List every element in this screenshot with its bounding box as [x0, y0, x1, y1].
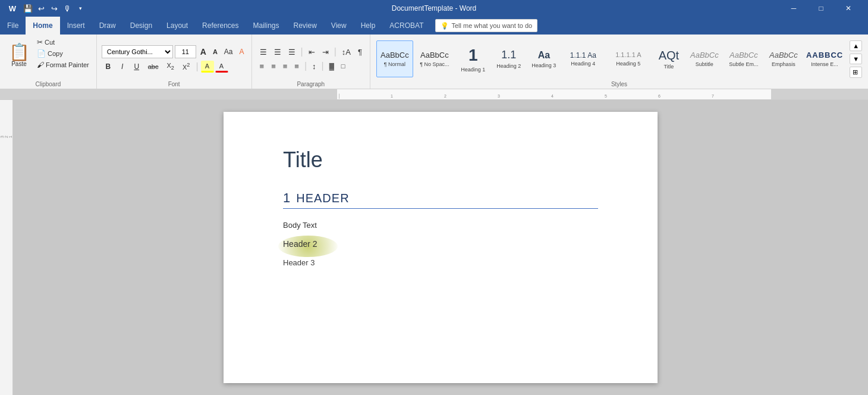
strikethrough-button[interactable]: abc	[144, 61, 162, 72]
styles-scroll-buttons: ▲ ▼ ⊞	[850, 40, 862, 78]
cut-button[interactable]: ✂ Cut	[34, 37, 92, 48]
ruler-content: │ 1 2 3 4 5 6 7	[337, 89, 771, 99]
font-size-input[interactable]	[175, 45, 196, 58]
main-area: 123 Title 1 Header Body Text Header 2 He…	[0, 100, 868, 395]
paste-label: Paste	[11, 61, 27, 67]
font-shrink-button[interactable]: A	[210, 46, 220, 57]
document-title-text[interactable]: Title	[283, 148, 598, 173]
text-highlight-button[interactable]: A	[201, 61, 214, 73]
clipboard-label: Clipboard	[35, 81, 61, 87]
font-case-button[interactable]: Aa	[222, 46, 235, 58]
style-intense-e[interactable]: AABBCC Intense E...	[803, 40, 846, 77]
font-group: Century Gothi... A A Aa A B I U abc X2 X…	[97, 35, 252, 89]
quick-access-toolbar: 💾 ↩ ↪ 🎙 ▾	[23, 3, 86, 14]
document-header1[interactable]: 1 Header	[283, 190, 598, 209]
subscript-button[interactable]: X2	[163, 60, 178, 73]
title-bar: W 💾 ↩ ↪ 🎙 ▾ DocumentTemplate - Word ─ □ …	[0, 0, 868, 17]
align-right-button[interactable]: ≡	[280, 60, 291, 73]
style-subtle-em[interactable]: AaBbCc Subtle Em...	[724, 40, 764, 77]
line-spacing-button[interactable]: ↕	[309, 60, 319, 73]
format-painter-icon: 🖌	[37, 61, 44, 69]
style-subtitle[interactable]: AaBbCc Subtitle	[687, 40, 722, 77]
numbering-button[interactable]: ☰	[271, 46, 284, 58]
style-normal-label: ¶ Normal	[384, 61, 405, 67]
shading-button[interactable]: ▓	[326, 61, 337, 71]
bold-button[interactable]: B	[102, 61, 115, 73]
tell-me-bar[interactable]: 💡 Tell me what you want to do	[435, 19, 537, 32]
increase-indent-button[interactable]: ⇥	[319, 46, 332, 58]
style-normal[interactable]: AaBbCc ¶ Normal	[376, 40, 413, 77]
style-heading1-preview: 1	[468, 45, 478, 65]
style-heading3-preview: Aa	[538, 49, 550, 61]
style-intense-e-preview: AABBCC	[806, 51, 843, 60]
dropdown-qa-icon[interactable]: ▾	[75, 3, 86, 14]
font-row2: B I U abc X2 X2 | A A	[102, 60, 247, 73]
decrease-indent-button[interactable]: ⇤	[306, 46, 318, 58]
styles-group: AaBbCc ¶ Normal AaBbCc ¶ No Spac... 1 He…	[370, 35, 868, 89]
align-center-button[interactable]: ≡	[268, 60, 279, 73]
style-heading1[interactable]: 1 Heading 1	[456, 40, 490, 77]
format-painter-button[interactable]: 🖌 Format Painter	[34, 59, 92, 70]
document-area[interactable]: Title 1 Header Body Text Header 2 Header…	[13, 100, 868, 395]
tab-view[interactable]: View	[324, 17, 354, 35]
italic-button[interactable]: I	[116, 61, 129, 73]
style-heading4[interactable]: 1.1.1 Aa Heading 4	[562, 40, 605, 77]
style-subtitle-label: Subtitle	[696, 61, 713, 67]
clear-format-button[interactable]: A	[237, 46, 247, 58]
document-title: DocumentTemplate - Word	[392, 4, 477, 12]
style-heading5-label: Heading 5	[616, 61, 640, 67]
tell-me-text[interactable]: Tell me what you want to do	[451, 22, 532, 29]
minimize-button[interactable]: ─	[780, 0, 807, 17]
tab-design[interactable]: Design	[123, 17, 159, 35]
paste-button[interactable]: 📋 Paste	[5, 37, 33, 74]
styles-scroll-down-button[interactable]: ▼	[850, 54, 862, 64]
tab-acrobat[interactable]: ACROBAT	[382, 17, 430, 35]
superscript-button[interactable]: X2	[179, 60, 193, 73]
justify-button[interactable]: ≡	[291, 60, 302, 73]
style-heading3[interactable]: Aa Heading 3	[527, 40, 561, 77]
left-ruler: 123	[0, 100, 13, 395]
style-title-label: Title	[664, 64, 674, 70]
document-header2[interactable]: Header 2	[283, 238, 598, 250]
ruler: │ 1 2 3 4 5 6 7	[0, 89, 868, 100]
multilevel-button[interactable]: ☰	[285, 46, 298, 58]
document-body-text[interactable]: Body Text	[283, 221, 598, 230]
redo-qa-icon[interactable]: ↪	[49, 3, 59, 14]
close-button[interactable]: ✕	[835, 0, 862, 17]
font-name-select[interactable]: Century Gothi...	[102, 45, 173, 58]
styles-scroll-up-button[interactable]: ▲	[850, 40, 862, 51]
tab-references[interactable]: References	[195, 17, 246, 35]
paragraph-controls: ☰ ☰ ☰ | ⇤ ⇥ | ↕A ¶ ≡ ≡ ≡ ≡ | ↕ |	[257, 46, 365, 73]
style-heading2[interactable]: 1.1 Heading 2	[492, 40, 526, 77]
tab-help[interactable]: Help	[354, 17, 383, 35]
save-qa-icon[interactable]: 💾	[23, 3, 33, 14]
tab-layout[interactable]: Layout	[159, 17, 195, 35]
show-hide-button[interactable]: ¶	[355, 46, 365, 58]
tab-review[interactable]: Review	[287, 17, 324, 35]
ruler-left-margin	[0, 89, 337, 99]
bullets-button[interactable]: ☰	[257, 46, 270, 58]
style-emphasis[interactable]: AaBbCc Emphasis	[765, 40, 802, 77]
sort-button[interactable]: ↕A	[339, 46, 354, 58]
styles-expand-button[interactable]: ⊞	[850, 67, 862, 78]
style-no-space[interactable]: AaBbCc ¶ No Spac...	[414, 40, 455, 77]
borders-button[interactable]: □	[338, 61, 348, 71]
tab-mailings[interactable]: Mailings	[246, 17, 286, 35]
style-title[interactable]: AQt Title	[652, 40, 685, 77]
font-grow-button[interactable]: A	[198, 45, 209, 58]
dictate-qa-icon[interactable]: 🎙	[62, 3, 73, 14]
tab-file[interactable]: File	[0, 17, 26, 35]
tab-draw[interactable]: Draw	[92, 17, 123, 35]
tab-home[interactable]: Home	[26, 17, 59, 35]
copy-button[interactable]: 📄 Copy	[34, 48, 92, 59]
tab-insert[interactable]: Insert	[60, 17, 92, 35]
undo-qa-icon[interactable]: ↩	[36, 3, 46, 14]
para-row1: ☰ ☰ ☰ | ⇤ ⇥ | ↕A ¶	[257, 46, 365, 58]
font-color-button[interactable]: A	[215, 61, 228, 73]
align-left-button[interactable]: ≡	[257, 60, 268, 73]
document-header3[interactable]: Header 3	[283, 258, 598, 267]
style-heading5[interactable]: 1.1.1.1 A Heading 5	[606, 40, 651, 77]
font-row1: Century Gothi... A A Aa A	[102, 45, 247, 58]
underline-button[interactable]: U	[130, 61, 143, 73]
maximize-button[interactable]: □	[807, 0, 835, 17]
